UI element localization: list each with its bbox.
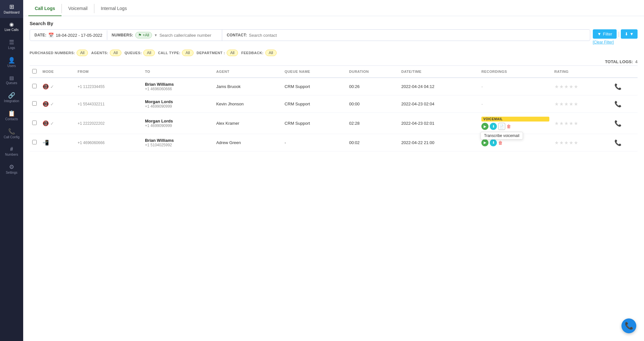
th-duration: DURATION [346,66,399,78]
date-segment: DATE: 📅 18-04-2022 - 17-05-2022 [30,30,107,40]
sidebar-item-users[interactable]: 👤 Users [0,54,23,72]
tab-voicemail[interactable]: Voicemail [62,1,94,16]
row1-checkbox [30,78,40,95]
th-datetime: DATE/TIME [399,66,479,78]
sidebar-label-contacts: Contacts [5,118,18,121]
row2-to-num: +1 4699090999 [145,104,211,109]
search-title: Search By [30,21,638,26]
row4-datetime: 2022-04-22 21:00 [399,134,479,151]
purchased-numbers-badge[interactable]: All [77,50,88,56]
numbers-search-input[interactable] [159,33,217,38]
feedback-badge[interactable]: All [265,50,277,56]
row3-call-button[interactable]: 📞 [614,120,621,127]
row4-to-num: +1 5104025992 [145,143,211,147]
sidebar-label-queues: Queues [6,82,17,85]
row3-rating: ★ ★ ★ ★ ★ [552,113,612,134]
row2-from-num: +1 5544332211 [78,102,140,106]
row3-delete-button[interactable]: 🗑 [507,124,511,129]
table-header-row: MODE FROM TO AGENT QUEUE NAME DURATION D… [30,66,638,78]
sidebar-label-numbers: Numbers [5,153,18,156]
th-recordings: RECORDINGS [479,66,552,78]
th-from: FROM [75,66,142,78]
export-button[interactable]: ⬇ ▼ [621,29,638,39]
department-filter: DEPARTMENT : All [197,50,238,56]
row3-recordings: VOICEMAIL ▶ ⬇ 📄 Transcribe voicemail 🗑 [479,113,552,134]
sidebar: ⊞ Dashboard ◉ Live Calls ☰ Logs 👤 Users … [0,0,23,341]
tab-bar: Call Logs Voicemail Internal Logs [23,0,644,16]
row3-datetime: 2022-04-23 02:01 [399,113,479,134]
sidebar-item-logs[interactable]: ☰ Logs [0,35,23,54]
row4-to-name: Brian Williams [145,138,211,143]
tab-internal-logs[interactable]: Internal Logs [94,1,133,16]
row2-call-button[interactable]: 📞 [614,101,621,108]
row3-checkbox [30,113,40,134]
filter-btn-wrap: ▼ Filter | ⬇ ▼ [Clear Filter] [593,29,638,44]
integration-icon: 🔗 [8,93,15,98]
row3-download-button[interactable]: ⬇ [490,123,497,130]
call-type-badge[interactable]: All [182,50,193,56]
sidebar-label-users: Users [7,64,16,68]
select-all-checkbox[interactable] [32,69,37,73]
row4-duration: 00:02 [346,134,399,151]
sidebar-item-call-config[interactable]: 📞 Call Config [0,125,23,143]
sidebar-item-queues[interactable]: ▤ Queues [0,72,23,89]
row3-play-button[interactable]: ▶ [481,123,488,130]
row4-download-button[interactable]: ⬇ [490,139,497,146]
agents-badge[interactable]: All [110,50,121,56]
th-to: TO [142,66,213,78]
row1-from-num: +1 1122334455 [78,84,140,89]
sidebar-item-settings[interactable]: ⚙ Settings [0,160,23,178]
row3-transcribe-button[interactable]: 📄 [498,123,505,130]
clear-filter-link[interactable]: [Clear Filter] [593,40,614,44]
department-badge[interactable]: All [227,50,238,56]
sidebar-item-numbers[interactable]: # Numbers [0,143,23,160]
missed-call-icon: 📵 [43,120,49,126]
row4-play-button[interactable]: ▶ [481,139,488,146]
row2-mode: 📵 ✓ [40,95,75,113]
row3-to-name: Morgan Lords [145,119,211,123]
feedback-filter: FEEDBACK: All [241,50,277,56]
sidebar-item-integration[interactable]: 🔗 Integration [0,89,23,107]
dashboard-icon: ⊞ [9,4,14,10]
date-value[interactable]: 18-04-2022 - 17-05-2022 [56,33,102,38]
sidebar-label-call-config: Call Config [4,136,20,139]
numbers-badge[interactable]: ⚑ +All [135,32,152,38]
department-label: DEPARTMENT : [197,51,225,55]
row2-rating: ★ ★ ★ ★ ★ [552,95,612,113]
row3-select[interactable] [32,121,37,125]
agents-label: AGENTS: [91,51,108,55]
row1-call-button[interactable]: 📞 [614,83,621,90]
fab-call-button[interactable]: 📞 [621,318,636,333]
flag-icon: ⚑ [138,33,142,37]
queues-label: QUEUES: [125,51,142,55]
row1-from: +1 1122334455 [75,78,142,95]
row4-rating: ★ ★ ★ ★ ★ [552,134,612,151]
th-actions [612,66,638,78]
row3-duration: 02:28 [346,113,399,134]
sidebar-item-live-calls[interactable]: ◉ Live Calls [0,18,23,35]
row4-queue: - [282,134,346,151]
row4-mode: 📲 [40,134,75,151]
table-row: 📲 +1 4696060666 Brian Williams +1 510402… [30,134,638,151]
contact-label: CONTACT: [227,33,247,37]
th-agent: AGENT [213,66,282,78]
users-icon: 👤 [8,57,15,63]
table-row: 📵 ✓ +1 5544332211 Morgan Lords +1 469909… [30,95,638,113]
contact-search-input[interactable] [249,33,585,38]
table-row: 📵 ✓ +1 1122334455 Brian Williams +1 4696… [30,78,638,95]
tab-call-logs[interactable]: Call Logs [28,1,62,16]
verify-icon: ✓ [50,84,54,89]
row4-delete-button[interactable]: 🗑 [498,140,503,145]
calls-table-container: MODE FROM TO AGENT QUEUE NAME DURATION D… [23,65,644,341]
sidebar-item-dashboard[interactable]: ⊞ Dashboard [0,0,23,18]
row1-select[interactable] [32,84,37,88]
search-bar: DATE: 📅 18-04-2022 - 17-05-2022 NUMBERS:… [30,29,590,41]
row2-queue: CRM Support [282,95,346,113]
row4-select[interactable] [32,140,37,144]
row2-select[interactable] [32,101,37,106]
row1-datetime: 2022-04-24 04:12 [399,78,479,95]
row4-call-button[interactable]: 📞 [614,139,621,146]
queues-badge[interactable]: All [143,50,155,56]
filter-button[interactable]: ▼ Filter [593,29,617,39]
sidebar-item-contacts[interactable]: 📋 Contacts [0,107,23,125]
